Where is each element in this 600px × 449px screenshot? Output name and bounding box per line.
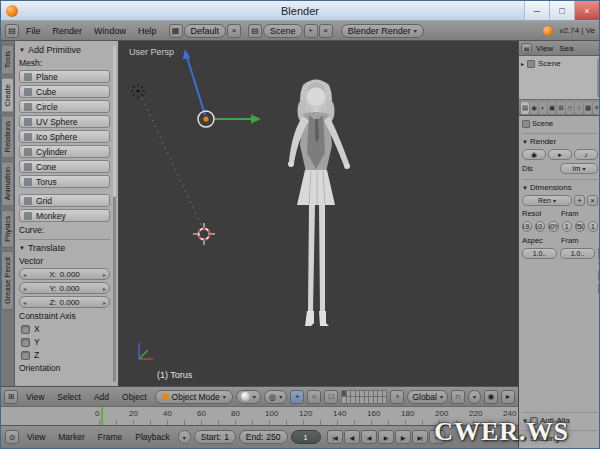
mode-select[interactable]: Object Mode ▾: [155, 390, 233, 404]
pivot-select[interactable]: ◎ ▾: [264, 390, 287, 404]
toolshelf-tab[interactable]: Grease Pencil: [1, 251, 14, 310]
properties-tab-icon[interactable]: ⊞: [557, 102, 565, 114]
info-editor-icon[interactable]: ▤: [5, 24, 19, 38]
mesh-add-button[interactable]: Cone: [19, 160, 110, 173]
viewport-editor-icon[interactable]: ⊞: [4, 390, 18, 404]
properties-tab-icon[interactable]: ◐: [539, 102, 547, 114]
outliner-menu[interactable]: View: [534, 44, 555, 53]
toolshelf-tab[interactable]: Relations: [1, 115, 14, 158]
maximize-button[interactable]: □: [549, 1, 574, 20]
current-frame-field[interactable]: 1: [291, 430, 321, 444]
render-action-button[interactable]: ▸: [548, 149, 572, 160]
frame-range-field[interactable]: 1: [588, 221, 598, 232]
viewport-menu[interactable]: Add: [89, 392, 114, 402]
expand-triangle-icon[interactable]: ▸: [521, 60, 524, 67]
end-frame-field[interactable]: End: 250: [239, 430, 288, 444]
vector-number-field[interactable]: Z: 0.000: [19, 296, 110, 308]
toolshelf-tab[interactable]: Physics: [1, 210, 14, 248]
properties-tab-icon[interactable]: ▤: [521, 102, 529, 114]
mesh-add-button[interactable]: UV Sphere: [19, 115, 110, 128]
mesh-add-button[interactable]: Plane: [19, 70, 110, 83]
toolshelf-tab[interactable]: Create: [1, 78, 14, 113]
screen-layout-browse-icon[interactable]: ▦: [169, 24, 183, 38]
add-primitive-panel-header[interactable]: ▼ Add Primitive: [19, 45, 110, 55]
dimensions-panel-header[interactable]: ▼ Dimensions: [522, 179, 598, 192]
properties-tab-icon[interactable]: ▣: [548, 102, 556, 114]
preset-remove-button[interactable]: ×: [587, 195, 598, 206]
mesh-add-button[interactable]: Torus: [19, 175, 110, 188]
opengl-render-anim-button[interactable]: ▸: [501, 390, 515, 404]
sync-select[interactable]: ▾: [178, 430, 191, 444]
menubar-menu[interactable]: File: [21, 26, 46, 36]
properties-tab-icon[interactable]: ◉: [530, 102, 538, 114]
aspect-field[interactable]: 1.0..: [522, 248, 557, 259]
manipulator-scale-button[interactable]: □: [324, 390, 338, 404]
shading-select[interactable]: ▾: [236, 390, 261, 404]
vector-number-field[interactable]: X: 0.000: [19, 268, 110, 280]
screen-layout-delete-button[interactable]: ×: [227, 24, 241, 38]
viewport-menu[interactable]: Select: [52, 392, 86, 402]
render-action-button[interactable]: ◉: [522, 149, 546, 160]
menubar-menu[interactable]: Render: [48, 26, 88, 36]
timeline-menu[interactable]: Frame: [93, 432, 128, 442]
snap-magnet-button[interactable]: ∩: [451, 390, 465, 404]
playback-button[interactable]: ◀: [361, 430, 377, 444]
scene-browse-icon[interactable]: ▤: [248, 24, 262, 38]
playback-button[interactable]: |◀: [327, 430, 343, 444]
display-mode-select[interactable]: Im ▾: [560, 163, 598, 174]
vector-number-field[interactable]: Y: 0.000: [19, 282, 110, 294]
menubar-menu[interactable]: Help: [133, 26, 162, 36]
viewport-3d[interactable]: User Persp: [119, 41, 518, 386]
outliner-menu[interactable]: Sea: [557, 44, 575, 53]
aspect-field[interactable]: 1.0..: [560, 248, 595, 259]
resolution-field[interactable]: 19..: [522, 221, 532, 232]
toolshelf-tab[interactable]: Tools: [1, 45, 14, 75]
resolution-field[interactable]: 10..: [535, 221, 545, 232]
render-panel-header[interactable]: ▼ Render: [522, 133, 598, 146]
menubar-menu[interactable]: Window: [89, 26, 131, 36]
mesh-add-button[interactable]: Circle: [19, 100, 110, 113]
playback-button[interactable]: ▶: [378, 430, 394, 444]
viewport-menu[interactable]: View: [21, 392, 49, 402]
properties-tab-icon[interactable]: ▦: [584, 102, 592, 114]
scene-add-button[interactable]: +: [304, 24, 318, 38]
opengl-render-button[interactable]: ◉: [484, 390, 498, 404]
layers-widget[interactable]: [341, 390, 387, 404]
mesh-add-button[interactable]: Cube: [19, 85, 110, 98]
render-action-button[interactable]: ♪: [574, 149, 598, 160]
lock-icon[interactable]: ∘: [390, 390, 404, 404]
properties-tab-icon[interactable]: ○: [575, 102, 583, 114]
playback-button[interactable]: ◀|: [344, 430, 360, 444]
outliner-editor-icon[interactable]: ▤: [521, 43, 532, 54]
timeline-menu[interactable]: View: [22, 432, 50, 442]
current-frame-marker[interactable]: [101, 407, 103, 425]
outliner-item-scene[interactable]: ▸ Scene: [521, 59, 599, 68]
preset-add-button[interactable]: +: [574, 195, 585, 206]
snap-element-select[interactable]: ▾: [468, 390, 481, 404]
mesh-add-button[interactable]: Monkey: [19, 209, 110, 222]
orientation-select[interactable]: Global ▾: [407, 390, 448, 404]
playback-button[interactable]: ▶|: [412, 430, 428, 444]
mesh-add-button[interactable]: Ico Sphere: [19, 130, 110, 143]
start-frame-field[interactable]: Start: 1: [194, 430, 236, 444]
resolution-field[interactable]: 50%: [548, 221, 558, 232]
screen-layout-select[interactable]: Default: [184, 24, 227, 38]
mesh-add-button[interactable]: Grid: [19, 194, 110, 207]
properties-tab-icon[interactable]: ◇: [566, 102, 574, 114]
scene-select[interactable]: Scene: [263, 24, 303, 38]
render-preset-select[interactable]: Ren ▾: [522, 195, 572, 206]
toolshelf-tab[interactable]: Animation: [1, 161, 14, 206]
frame-range-field[interactable]: 1: [562, 221, 572, 232]
frame-range-field[interactable]: 250: [575, 221, 585, 232]
render-engine-select[interactable]: Blender Render ▾: [341, 24, 424, 38]
constraint-axis-checkbox[interactable]: Y: [21, 337, 110, 347]
manipulator-rotate-button[interactable]: ○: [307, 390, 321, 404]
minimize-button[interactable]: ─: [524, 1, 549, 20]
close-button[interactable]: ×: [574, 1, 599, 20]
properties-tab-icon[interactable]: ≡: [593, 102, 600, 114]
scene-delete-button[interactable]: ×: [319, 24, 333, 38]
translate-panel-header[interactable]: ▼ Translate: [19, 243, 110, 253]
mesh-add-button[interactable]: Cylinder: [19, 145, 110, 158]
toolshelf-scrollbar[interactable]: [113, 45, 116, 382]
timeline-menu[interactable]: Marker: [53, 432, 89, 442]
